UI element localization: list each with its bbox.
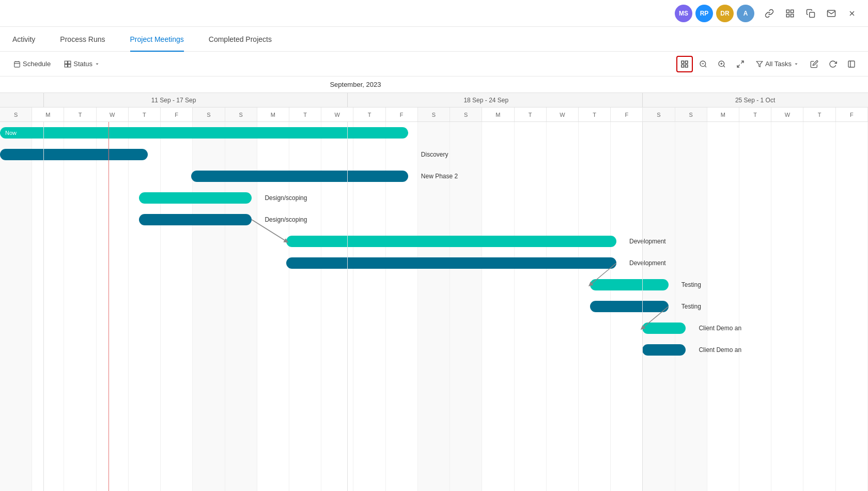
link-icon[interactable] <box>762 6 777 21</box>
top-bar: MS RP DR A <box>0 0 868 27</box>
day-header: SMTWTFSSMTWTFSSMTWTFSSMTWTF <box>0 108 868 122</box>
week-label: 18 Sep - 24 Sep <box>463 97 508 104</box>
now-marker <box>109 122 109 491</box>
svg-rect-12 <box>68 61 71 64</box>
gantt-bar-4[interactable] <box>139 214 252 225</box>
status-label: Status <box>73 60 92 68</box>
grid-icon[interactable] <box>782 6 798 21</box>
avatar-ms[interactable]: MS <box>675 5 692 22</box>
day-cell: S <box>0 108 32 121</box>
day-cell: T <box>803 108 835 121</box>
svg-rect-14 <box>68 64 71 67</box>
edit-button[interactable] <box>806 56 823 72</box>
gantt-bar-1[interactable] <box>0 149 148 160</box>
zoom-in-button[interactable] <box>714 56 730 72</box>
gantt-bar-9[interactable] <box>642 323 686 334</box>
bar-row: Development <box>0 231 868 252</box>
gantt-bar-7[interactable] <box>590 279 668 290</box>
bar-label-9: Client Demo an <box>699 325 741 332</box>
svg-rect-0 <box>786 10 789 12</box>
day-cell: W <box>321 108 353 121</box>
bar-label-2: New Phase 2 <box>421 173 458 180</box>
schedule-button[interactable]: Schedule <box>8 57 56 70</box>
bar-label-8: Testing <box>681 303 701 310</box>
gantt-bar-8[interactable] <box>590 301 668 312</box>
svg-rect-1 <box>791 10 794 12</box>
bar-label-3: Design/scoping <box>265 194 307 202</box>
svg-rect-13 <box>65 64 67 67</box>
day-cell: F <box>161 108 193 121</box>
toolbar-right: All Tasks <box>676 56 860 72</box>
day-cell: T <box>289 108 321 121</box>
refresh-button[interactable] <box>825 56 841 72</box>
gantt-bar-10[interactable] <box>642 344 686 356</box>
bar-row: Testing <box>0 274 868 296</box>
avatar-a[interactable]: A <box>737 5 754 22</box>
svg-rect-4 <box>810 12 815 17</box>
zoom-out-button[interactable] <box>695 56 711 72</box>
bar-label-10: Client Demo an <box>699 346 741 354</box>
bar-row: Development <box>0 252 868 274</box>
day-cell: S <box>225 108 257 121</box>
gantt-bar-5[interactable] <box>286 236 616 247</box>
week-label: 11 Sep - 17 Sep <box>151 97 196 104</box>
svg-line-23 <box>723 66 725 67</box>
day-cell: W <box>771 108 803 121</box>
bar-row: Client Demo an <box>0 339 868 361</box>
gantt-area: September, 2023 11 Sep - 17 Sep18 Sep - … <box>0 76 868 491</box>
week-header: 11 Sep - 17 Sep18 Sep - 24 Sep25 Sep - 1… <box>0 93 868 108</box>
bar-row: Design/scoping <box>0 187 868 209</box>
day-cell: M <box>707 108 739 121</box>
tab-project-meetings[interactable]: Project Meetings <box>118 27 196 52</box>
svg-marker-28 <box>756 61 763 67</box>
svg-rect-7 <box>14 62 20 67</box>
gantt-bar-2[interactable] <box>191 171 408 182</box>
close-icon[interactable] <box>844 6 860 21</box>
svg-rect-17 <box>681 65 684 67</box>
day-cell: T <box>579 108 611 121</box>
month-header: September, 2023 <box>0 76 868 93</box>
grid-view-button[interactable] <box>676 56 693 72</box>
gantt-bar-3[interactable] <box>139 192 252 204</box>
day-cell: S <box>193 108 225 121</box>
expand-button[interactable] <box>843 56 860 72</box>
svg-rect-18 <box>685 65 688 67</box>
day-cell: M <box>32 108 64 121</box>
bar-row: Testing <box>0 296 868 317</box>
tab-process-runs[interactable]: Process Runs <box>48 27 117 52</box>
day-cell: S <box>643 108 675 121</box>
week-label: 25 Sep - 1 Oct <box>735 97 775 104</box>
copy-icon[interactable] <box>803 6 818 21</box>
nav-tabs: Activity Process Runs Project Meetings C… <box>0 27 868 52</box>
fit-button[interactable] <box>732 56 749 72</box>
day-cell: T <box>129 108 161 121</box>
svg-rect-29 <box>848 61 855 67</box>
day-cell: M <box>482 108 514 121</box>
day-cell: T <box>64 108 96 121</box>
toolbar-left: Schedule Status <box>8 57 105 70</box>
filter-button[interactable]: All Tasks <box>751 57 804 70</box>
tab-activity[interactable]: Activity <box>0 27 48 52</box>
svg-rect-3 <box>791 14 794 17</box>
avatar-group: MS RP DR A <box>675 5 754 22</box>
svg-line-26 <box>741 61 743 64</box>
bar-label-6: Development <box>629 259 666 267</box>
month-label: September, 2023 <box>330 81 381 88</box>
avatar-dr[interactable]: DR <box>716 5 734 22</box>
schedule-label: Schedule <box>23 60 51 68</box>
gantt-bar-6[interactable] <box>286 257 616 269</box>
svg-rect-15 <box>681 61 684 64</box>
bar-row: Client Demo an <box>0 317 868 339</box>
svg-rect-2 <box>786 14 789 17</box>
day-cell: W <box>97 108 129 121</box>
gantt-body: NowDiscoveryNew Phase 2Design/scopingDes… <box>0 122 868 491</box>
day-cell: F <box>386 108 418 121</box>
day-cell: T <box>515 108 547 121</box>
avatar-rp[interactable]: RP <box>695 5 713 22</box>
svg-line-27 <box>737 65 740 67</box>
day-cell: W <box>547 108 579 121</box>
status-button[interactable]: Status <box>59 57 105 70</box>
mail-icon[interactable] <box>824 6 839 21</box>
day-cell: S <box>450 108 482 121</box>
tab-completed-projects[interactable]: Completed Projects <box>196 27 284 52</box>
